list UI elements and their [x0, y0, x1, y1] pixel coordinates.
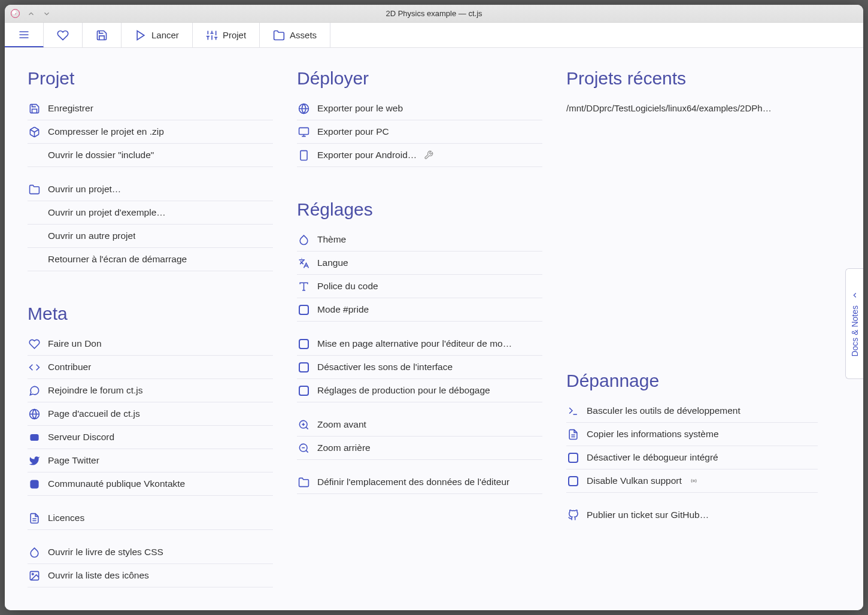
- image-icon: [28, 569, 41, 582]
- translate-icon: [297, 256, 310, 269]
- svg-rect-16: [30, 434, 38, 440]
- checkbox-empty-icon: [297, 360, 310, 374]
- project-return-start[interactable]: Retourner à l'écran de démarrage: [28, 248, 273, 271]
- meta-twitter[interactable]: Page Twitter: [28, 449, 273, 472]
- blank-icon: [28, 149, 41, 162]
- deploy-pc[interactable]: Exporter pour PC: [297, 120, 542, 144]
- menu-button[interactable]: [5, 23, 44, 47]
- save-icon: [28, 102, 41, 115]
- col-recent-troubleshoot: Projets récents /mnt/DDprc/TestLogiciels…: [566, 62, 818, 592]
- close-window-button[interactable]: [11, 9, 20, 18]
- settings-code-font[interactable]: Police du code: [297, 275, 542, 298]
- section-project: Projet: [28, 68, 273, 89]
- github-icon: [566, 508, 579, 522]
- code-icon: [28, 360, 41, 374]
- checkbox-empty-icon: [297, 303, 310, 316]
- project-zip[interactable]: Compresser le projet en .zip: [28, 120, 273, 144]
- meta-icons-list[interactable]: Ouvrir la liste des icônes: [28, 564, 273, 587]
- col-project-meta: Projet Enregistrer Compresser le projet …: [28, 62, 273, 592]
- radio-icon: [689, 476, 699, 486]
- meta-forum[interactable]: Rejoindre le forum ct.js: [28, 379, 273, 402]
- project-open-example[interactable]: Ouvrir un projet d'exemple…: [28, 201, 273, 225]
- meta-css-book[interactable]: Ouvrir le livre de styles CSS: [28, 541, 273, 564]
- settings-zoom-out[interactable]: Zoom arrière: [297, 437, 542, 460]
- meta-discord[interactable]: Serveur Discord: [28, 426, 273, 449]
- droplet-icon: [297, 233, 310, 246]
- globe-icon: [297, 102, 310, 115]
- deploy-android[interactable]: Exporter pour Android…: [297, 144, 542, 167]
- meta-licenses[interactable]: Licences: [28, 507, 273, 530]
- save-icon: [96, 29, 108, 41]
- project-tab[interactable]: Projet: [193, 23, 260, 47]
- monitor-icon: [297, 125, 310, 138]
- project-save[interactable]: Enregistrer: [28, 97, 273, 120]
- svg-point-41: [693, 480, 694, 482]
- play-icon: [135, 29, 147, 41]
- tool-icon: [424, 150, 433, 160]
- checkbox-empty-icon: [297, 384, 310, 397]
- twitter-icon: [28, 454, 41, 467]
- section-deploy: Déployer: [297, 68, 542, 89]
- svg-rect-17: [30, 480, 38, 488]
- tshoot-disable-debugger[interactable]: Désactiver le débogueur intégré: [566, 446, 818, 469]
- assets-tab[interactable]: Assets: [260, 23, 330, 47]
- blank-icon: [28, 206, 41, 219]
- file-text-icon: [28, 511, 41, 525]
- tshoot-github-ticket[interactable]: Publier un ticket sur GitHub…: [566, 504, 818, 526]
- checkbox-empty-icon: [297, 337, 310, 350]
- tshoot-toggle-devtools[interactable]: Basculer les outils de développement: [566, 399, 818, 423]
- settings-prod-debug[interactable]: Réglages de production pour le débogage: [297, 379, 542, 402]
- meta-vk[interactable]: Communauté publique Vkontakte: [28, 472, 273, 496]
- window-controls: [11, 9, 51, 18]
- chevron-left-icon: [851, 291, 859, 299]
- favorite-button[interactable]: [44, 23, 83, 47]
- project-open-other[interactable]: Ouvrir un autre projet: [28, 225, 273, 248]
- blank-icon: [28, 229, 41, 243]
- settings-data-location[interactable]: Définir l'emplacement des données de l'é…: [297, 471, 542, 494]
- meta-donate[interactable]: Faire un Don: [28, 332, 273, 356]
- project-open[interactable]: Ouvrir un projet…: [28, 178, 273, 201]
- settings-theme[interactable]: Thème: [297, 228, 542, 252]
- project-tab-label: Projet: [223, 30, 246, 40]
- message-icon: [28, 384, 41, 397]
- svg-rect-24: [299, 128, 308, 134]
- folder-icon: [297, 475, 310, 489]
- deploy-web[interactable]: Exporter pour le web: [297, 97, 542, 120]
- chevron-up-icon[interactable]: [27, 10, 35, 18]
- col-deploy-settings: Déployer Exporter pour le web Exporter p…: [297, 62, 542, 592]
- section-recent: Projets récents: [566, 68, 818, 89]
- project-open-include[interactable]: Ouvrir le dossier "include": [28, 144, 273, 167]
- docs-notes-tab[interactable]: Docs & Notes: [845, 268, 863, 379]
- settings-alt-layout[interactable]: Mise en page alternative pour l'éditeur …: [297, 332, 542, 356]
- app-window: 2D Physics example — ct.js Lancer Projet: [5, 5, 863, 610]
- chevron-down-icon[interactable]: [43, 10, 51, 18]
- recent-project-item[interactable]: /mnt/DDprc/TestLogiciels/linux64/example…: [566, 97, 794, 113]
- run-button[interactable]: Lancer: [122, 23, 193, 47]
- sliders-icon: [206, 29, 218, 41]
- docs-notes-label: Docs & Notes: [850, 305, 860, 357]
- checkbox-empty-icon: [566, 474, 579, 487]
- globe-icon: [28, 407, 41, 420]
- main-content: Projet Enregistrer Compresser le projet …: [5, 48, 863, 610]
- save-button[interactable]: [83, 23, 122, 47]
- zoom-out-icon: [297, 441, 310, 455]
- type-icon: [297, 280, 310, 293]
- vk-icon: [28, 477, 41, 490]
- tshoot-disable-vulkan[interactable]: Disable Vulkan support: [566, 469, 818, 493]
- folder-icon: [28, 183, 41, 196]
- settings-zoom-in[interactable]: Zoom avant: [297, 413, 542, 437]
- heart-icon: [28, 337, 41, 350]
- meta-home[interactable]: Page d'accueil de ct.js: [28, 402, 273, 426]
- assets-tab-label: Assets: [290, 30, 317, 40]
- meta-contribute[interactable]: Contribuer: [28, 356, 273, 379]
- section-troubleshoot: Dépannage: [566, 371, 818, 391]
- terminal-icon: [566, 404, 579, 417]
- svg-rect-27: [300, 150, 306, 160]
- window-title: 2D Physics example — ct.js: [5, 9, 863, 18]
- tshoot-copy-sysinfo[interactable]: Copier les informations système: [566, 423, 818, 446]
- svg-point-21: [32, 573, 33, 574]
- settings-pride[interactable]: Mode #pride: [297, 298, 542, 322]
- settings-mute-ui[interactable]: Désactiver les sons de l'interface: [297, 356, 542, 379]
- run-label: Lancer: [151, 30, 179, 40]
- settings-lang[interactable]: Langue: [297, 252, 542, 275]
